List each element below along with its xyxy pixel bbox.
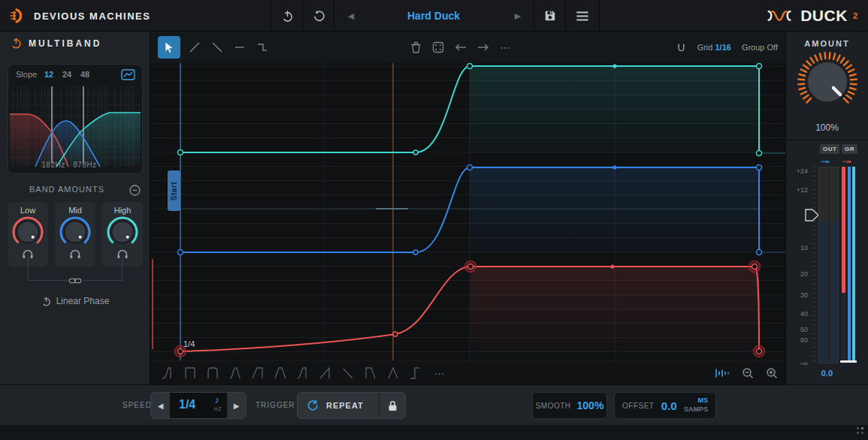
out-readout: 0.0 — [786, 369, 868, 378]
power-button[interactable] — [272, 0, 302, 32]
shape-preset-6[interactable] — [271, 364, 289, 382]
amount-knob[interactable] — [794, 49, 860, 119]
amount-value[interactable]: 100% — [786, 122, 868, 133]
smooth-control[interactable]: SMOOTH 100% — [532, 392, 607, 419]
collapse-band-amounts-button[interactable] — [129, 185, 141, 196]
multiband-sidebar: MULTIBAND Slope 12 24 48 — [0, 32, 150, 384]
start-marker-badge[interactable]: Start — [168, 170, 180, 211]
speed-increment-button[interactable]: ▶ — [227, 392, 246, 419]
scale-10: 10 — [790, 244, 808, 252]
shape-preset-3[interactable] — [203, 364, 222, 382]
shape-preset-12[interactable] — [406, 364, 425, 382]
line-down-tool-button[interactable] — [206, 36, 228, 59]
crossover-freq1-value: 182Hz — [38, 161, 68, 169]
snap-magnet-icon[interactable] — [676, 42, 687, 53]
speed-value-box[interactable]: 1/4 ♪ HZ — [170, 392, 227, 419]
dice-icon — [432, 41, 444, 53]
shift-right-button[interactable] — [472, 36, 494, 59]
gr-meter-mid — [848, 167, 851, 363]
note-sync-icon[interactable]: ♪ — [215, 394, 220, 405]
gr-meter-low — [842, 167, 845, 363]
linear-phase-power-icon[interactable] — [41, 297, 51, 306]
flat-line-icon — [233, 41, 246, 54]
threshold-marker[interactable] — [805, 209, 819, 222]
multiband-title: MULTIBAND — [29, 38, 101, 49]
smooth-value[interactable]: 100% — [577, 399, 604, 411]
envelope-more-button[interactable]: ⋯ — [494, 36, 517, 59]
envelope-curves[interactable] — [150, 63, 785, 360]
crossover-panel[interactable]: Slope 12 24 48 — [8, 64, 143, 174]
multiband-power-icon[interactable] — [11, 38, 22, 49]
line-up-tool-button[interactable] — [183, 36, 206, 59]
bottom-bar: SPEED ◀ 1/4 ♪ HZ ▶ TRIGGER REPEAT SMOOTH… — [0, 384, 868, 425]
band-high-label: High — [102, 206, 143, 215]
save-preset-button[interactable] — [535, 0, 565, 32]
crossover-display[interactable] — [8, 83, 142, 173]
offset-value[interactable]: 0.0 — [654, 399, 684, 412]
arrow-left-icon — [454, 42, 467, 53]
clear-envelope-button[interactable] — [404, 36, 427, 59]
shape-preset-4[interactable] — [225, 364, 244, 382]
shape-preset-11[interactable] — [383, 364, 402, 382]
band-low-label: Low — [8, 206, 48, 215]
trigger-lock-button[interactable] — [380, 400, 405, 411]
brand-name: DEVIOUS MACHINES — [34, 11, 150, 22]
slope-option-12[interactable]: 12 — [44, 70, 53, 79]
gr-meter-cap — [840, 360, 857, 363]
speed-value[interactable]: 1/4 — [179, 398, 195, 411]
shape-presets-row: ⋯ — [150, 360, 785, 384]
band-mid-label: Mid — [55, 206, 95, 215]
scale-60: 60 — [790, 336, 808, 344]
group-toggle[interactable]: Group Off — [742, 43, 778, 52]
zoom-out-icon[interactable] — [742, 367, 754, 379]
loop-length-label: 1/4 — [183, 339, 195, 348]
shape-preset-9[interactable] — [338, 364, 357, 382]
power-icon — [281, 10, 294, 23]
preset-name[interactable]: Hard Duck — [334, 0, 534, 32]
offset-unit-samps[interactable]: SAMPS — [684, 405, 708, 414]
shape-preset-5[interactable] — [248, 364, 267, 382]
duck2-logo: DUCK2 — [764, 0, 857, 32]
band-high-knob[interactable] — [105, 215, 140, 249]
main-menu-button[interactable] — [567, 0, 597, 32]
shape-preset-7[interactable] — [293, 364, 312, 382]
envelope-grid[interactable]: Start 1/4 — [150, 63, 785, 360]
preset-next-button[interactable]: ▶ — [507, 0, 529, 32]
offset-label: OFFSET — [622, 402, 654, 410]
flat-line-tool-button[interactable] — [228, 36, 251, 59]
duck2-logo-sup: 2 — [853, 11, 857, 20]
select-tool-button[interactable] — [158, 36, 180, 59]
offset-unit-ms[interactable]: MS — [698, 396, 709, 405]
gr-meter-label: GR — [842, 144, 857, 154]
grid-value[interactable]: 1/16 — [715, 43, 730, 52]
shape-preset-1[interactable] — [158, 364, 177, 382]
cursor-icon — [164, 41, 174, 53]
step-icon — [256, 41, 269, 54]
zoom-in-icon[interactable] — [766, 367, 778, 379]
band-link-icon[interactable] — [67, 276, 83, 286]
scale-50: 50 — [790, 326, 808, 333]
trigger-mode-select[interactable]: REPEAT — [326, 401, 379, 410]
shape-preset-10[interactable] — [361, 364, 380, 382]
analyzer-icon[interactable] — [121, 69, 135, 80]
shift-left-button[interactable] — [449, 36, 472, 59]
audio-preview-icon[interactable] — [715, 368, 730, 378]
speed-decrement-button[interactable]: ◀ — [151, 392, 170, 419]
hz-mode-toggle[interactable]: HZ — [214, 406, 222, 411]
undo-button[interactable] — [304, 0, 334, 32]
step-tool-button[interactable] — [251, 36, 274, 59]
shape-preset-8[interactable] — [316, 364, 334, 382]
slope-option-48[interactable]: 48 — [80, 70, 89, 79]
devious-machines-logo-icon — [9, 7, 27, 25]
shape-preset-2[interactable] — [180, 364, 199, 382]
offset-control[interactable]: OFFSET 0.0 MS SAMPS — [614, 392, 716, 419]
randomize-button[interactable] — [427, 36, 449, 59]
slope-option-24[interactable]: 24 — [62, 70, 71, 79]
shape-presets-more-button[interactable]: ⋯ — [434, 367, 446, 379]
menu-icon — [576, 11, 588, 21]
top-bar: DEVIOUS MACHINES ◀ Hard Duck ▶ DUCK2 — [0, 0, 868, 32]
linear-phase-control[interactable]: Linear Phase — [0, 296, 150, 306]
band-low-knob[interactable] — [11, 215, 45, 249]
speed-control: ◀ 1/4 ♪ HZ ▶ — [150, 392, 246, 419]
band-mid-knob[interactable] — [58, 215, 92, 249]
